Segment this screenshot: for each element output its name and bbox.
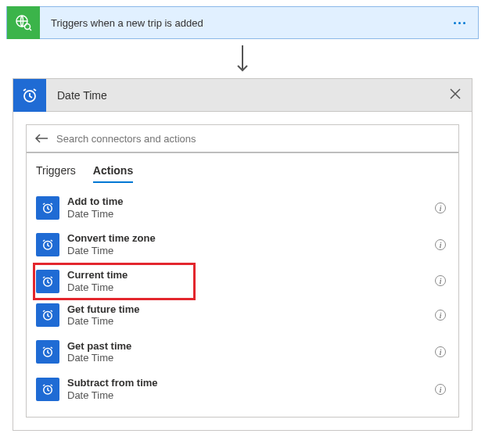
list-item-title: Get past time [67, 340, 435, 353]
list-item-text: Convert time zone Date Time [67, 232, 435, 256]
more-icon[interactable] [441, 22, 478, 24]
list-item-sub: Date Time [67, 389, 435, 402]
inner-panel: Triggers Actions Add to time Date Time i [26, 124, 459, 418]
svg-point-1 [25, 24, 31, 30]
info-icon[interactable]: i [435, 239, 446, 250]
trigger-card[interactable]: Triggers when a new trip is added [6, 6, 479, 39]
list-item[interactable]: Get past time Date Time i [33, 334, 452, 371]
list-item-text: Current time Date Time [67, 269, 192, 293]
clock-icon [36, 378, 59, 401]
panel-header: Date Time [13, 79, 472, 112]
info-icon[interactable]: i [435, 275, 446, 286]
tabs: Triggers Actions [27, 153, 458, 183]
list-item-title: Subtract from time [67, 377, 435, 389]
tab-actions[interactable]: Actions [93, 164, 133, 183]
close-icon[interactable] [439, 88, 472, 102]
list-item[interactable]: Get future time Date Time i [33, 297, 452, 334]
info-icon[interactable]: i [435, 310, 446, 321]
list-item-sub: Date Time [67, 315, 435, 328]
list-item-title: Get future time [67, 303, 435, 316]
list-item-text: Get future time Date Time [67, 303, 435, 328]
list-item-sub: Date Time [67, 245, 435, 257]
globe-search-icon [7, 6, 40, 39]
list-item-text: Subtract from time Date Time [67, 377, 435, 401]
list-item-text: Get past time Date Time [67, 340, 435, 364]
tab-triggers[interactable]: Triggers [36, 164, 76, 183]
list-item-highlighted[interactable]: Current time Date Time [33, 263, 196, 299]
action-panel: Date Time Triggers Actions [13, 78, 472, 431]
action-list: Add to time Date Time i Convert time zon… [27, 183, 458, 417]
clock-icon [36, 196, 59, 220]
back-arrow-icon[interactable] [34, 133, 48, 144]
list-item-sub: Date Time [67, 352, 435, 364]
trigger-title: Triggers when a new trip is added [40, 17, 441, 29]
clock-icon [36, 303, 59, 327]
clock-icon [36, 340, 59, 364]
info-icon[interactable]: i [435, 384, 446, 395]
list-item-text: Add to time Date Time [67, 195, 435, 220]
clock-icon [36, 233, 59, 256]
list-item-sub: Date Time [67, 281, 192, 294]
list-item-title: Convert time zone [67, 232, 435, 245]
list-item[interactable]: Convert time zone Date Time i [33, 226, 452, 263]
list-item[interactable]: Add to time Date Time i [33, 189, 452, 226]
list-item[interactable]: Subtract from time Date Time i [33, 371, 452, 407]
clock-icon [36, 270, 59, 293]
list-item-title: Current time [67, 269, 192, 281]
list-item-sub: Date Time [67, 208, 435, 220]
panel-title: Date Time [46, 89, 439, 102]
list-item-title: Add to time [67, 195, 435, 208]
search-row [27, 125, 458, 153]
info-icon[interactable]: i [435, 346, 446, 357]
arrow-down-icon [6, 39, 479, 78]
search-input[interactable] [56, 133, 451, 145]
clock-icon [13, 79, 46, 112]
info-icon[interactable]: i [435, 202, 446, 213]
